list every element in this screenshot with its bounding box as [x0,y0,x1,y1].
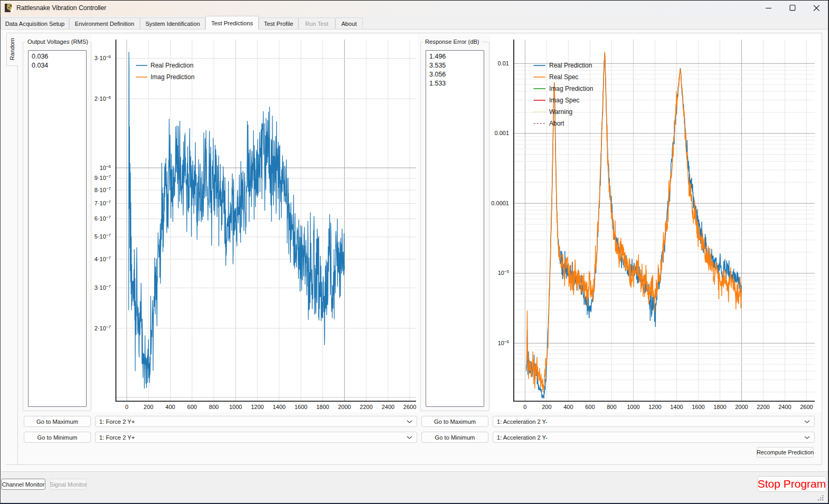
svg-text:Abort: Abort [549,120,564,127]
svg-text:1200: 1200 [251,404,263,410]
svg-text:Real Prediction: Real Prediction [549,62,592,69]
svg-text:0: 0 [523,404,526,410]
svg-text:Real Spec: Real Spec [549,73,578,81]
svg-text:800: 800 [607,404,616,410]
svg-text:2400: 2400 [382,404,394,410]
svg-text:1800: 1800 [316,404,329,410]
svg-text:Imag Spec: Imag Spec [549,97,579,104]
svg-text:0.01: 0.01 [498,60,509,66]
svg-text:1600: 1600 [295,404,307,410]
svg-text:200: 200 [144,404,153,410]
svg-text:2200: 2200 [757,404,769,410]
svg-text:1400: 1400 [670,404,683,410]
svg-text:1400: 1400 [272,404,285,410]
svg-text:1000: 1000 [627,404,639,410]
svg-text:800: 800 [209,404,219,410]
svg-text:Warning: Warning [549,108,572,116]
svg-text:600: 600 [585,404,595,410]
svg-text:200: 200 [542,404,551,410]
svg-text:2600: 2600 [800,404,813,410]
svg-text:1000: 1000 [229,404,242,410]
svg-text:0: 0 [125,404,128,410]
svg-text:2200: 2200 [360,404,372,410]
svg-text:2000: 2000 [735,404,748,410]
svg-text:2400: 2400 [778,404,791,410]
svg-text:600: 600 [187,404,197,410]
svg-text:2000: 2000 [338,404,351,410]
svg-text:0.0001: 0.0001 [491,200,509,206]
svg-text:1600: 1600 [692,404,704,410]
svg-text:400: 400 [563,404,573,410]
svg-text:2600: 2600 [403,404,416,410]
svg-text:Imag Prediction: Imag Prediction [150,73,194,81]
svg-text:0.001: 0.001 [494,130,509,136]
svg-text:400: 400 [165,404,175,410]
svg-text:1800: 1800 [713,404,726,410]
svg-text:Real Prediction: Real Prediction [150,62,193,69]
svg-text:Imag Prediction: Imag Prediction [549,85,593,92]
svg-text:1200: 1200 [648,404,661,410]
